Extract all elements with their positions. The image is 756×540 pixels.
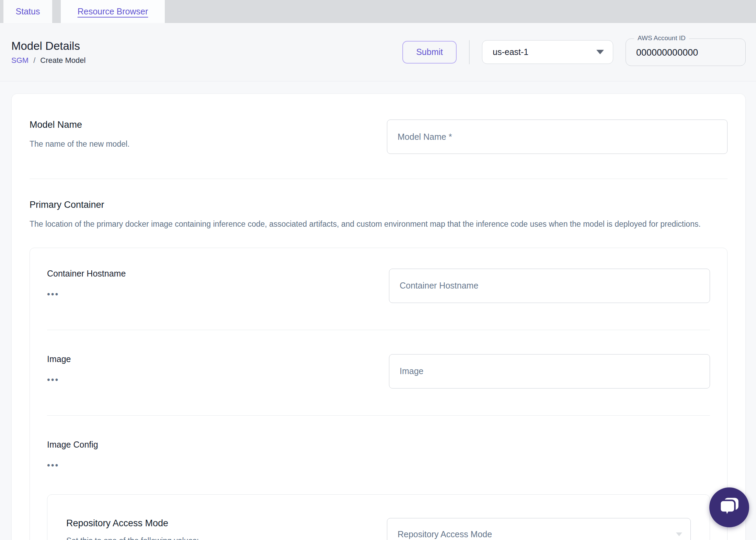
image-input[interactable] <box>389 354 710 389</box>
container-hostname-label: Container Hostname <box>47 269 368 279</box>
image-config-label: Image Config <box>47 440 689 450</box>
repository-access-mode-description: Set this to one of the following values: <box>66 536 368 540</box>
primary-container-section: Primary Container The location of the pr… <box>30 200 728 540</box>
submit-button[interactable]: Submit <box>402 41 457 64</box>
image-config-info: Image Config ••• <box>47 440 710 467</box>
repository-access-mode-info: Repository Access Mode Set this to one o… <box>66 518 387 540</box>
image-info: Image ••• <box>47 354 389 389</box>
header-divider <box>469 40 470 64</box>
model-name-info: Model Name The name of the new model. <box>30 120 387 154</box>
header-controls: Submit us-east-1 AWS Account ID <box>402 38 746 66</box>
chevron-down-icon <box>596 50 604 54</box>
page-title: Model Details <box>11 40 85 53</box>
primary-container-title: Primary Container <box>30 200 728 210</box>
app-window: Status Resource Browser Model Details SG… <box>0 0 756 540</box>
container-hostname-input[interactable] <box>389 269 710 303</box>
model-name-field <box>387 120 728 154</box>
chat-widget-button[interactable] <box>709 487 749 527</box>
tab-status[interactable]: Status <box>3 0 52 23</box>
aws-account-id-label: AWS Account ID <box>634 34 689 42</box>
tab-resource-browser[interactable]: Resource Browser <box>61 0 165 23</box>
container-hostname-expander-dots[interactable]: ••• <box>47 292 368 296</box>
image-config-box: Repository Access Mode Set this to one o… <box>47 494 710 540</box>
page-header: Model Details SGM / Create Model Submit … <box>0 23 756 81</box>
region-select[interactable]: us-east-1 <box>482 40 613 64</box>
breadcrumb: SGM / Create Model <box>11 56 85 65</box>
image-config-row: Image Config ••• <box>47 440 710 467</box>
primary-container-description: The location of the primary docker image… <box>30 218 728 230</box>
primary-container-box: Container Hostname ••• Image ••• <box>30 248 728 540</box>
repository-access-mode-select[interactable]: Repository Access Mode <box>387 518 691 540</box>
tab-bar: Status Resource Browser <box>0 0 756 23</box>
section-divider <box>30 179 728 179</box>
repository-access-mode-placeholder: Repository Access Mode <box>398 529 492 539</box>
image-label: Image <box>47 354 368 364</box>
field-divider <box>47 330 710 330</box>
aws-account-id-input[interactable] <box>626 39 745 66</box>
chevron-down-icon <box>676 532 682 536</box>
model-name-section: Model Name The name of the new model. <box>30 120 728 154</box>
main-content: Model Name The name of the new model. Pr… <box>0 81 756 540</box>
tab-status-label: Status <box>16 7 40 16</box>
breadcrumb-current: Create Model <box>40 56 85 65</box>
region-select-value: us-east-1 <box>493 47 528 57</box>
model-name-title: Model Name <box>30 120 363 130</box>
image-expander-dots[interactable]: ••• <box>47 378 368 381</box>
field-divider <box>47 415 710 416</box>
breadcrumb-parent-link[interactable]: SGM <box>11 56 28 65</box>
breadcrumb-separator: / <box>33 56 35 65</box>
form-card: Model Name The name of the new model. Pr… <box>11 93 746 540</box>
repository-access-mode-field: Repository Access Mode <box>387 518 691 540</box>
chat-bubbles-icon <box>718 496 741 519</box>
aws-account-id-field: AWS Account ID <box>626 38 746 66</box>
model-name-description: The name of the new model. <box>30 138 363 150</box>
repository-access-mode-row: Repository Access Mode Set this to one o… <box>66 518 691 540</box>
container-hostname-info: Container Hostname ••• <box>47 269 389 303</box>
tab-resource-browser-label: Resource Browser <box>78 7 148 16</box>
header-left: Model Details SGM / Create Model <box>11 40 85 65</box>
image-row: Image ••• <box>47 354 710 389</box>
model-name-input[interactable] <box>387 120 728 154</box>
image-config-expander-dots[interactable]: ••• <box>47 463 689 467</box>
image-field <box>389 354 710 389</box>
container-hostname-row: Container Hostname ••• <box>47 269 710 303</box>
container-hostname-field <box>389 269 710 303</box>
repository-access-mode-title: Repository Access Mode <box>66 518 368 529</box>
